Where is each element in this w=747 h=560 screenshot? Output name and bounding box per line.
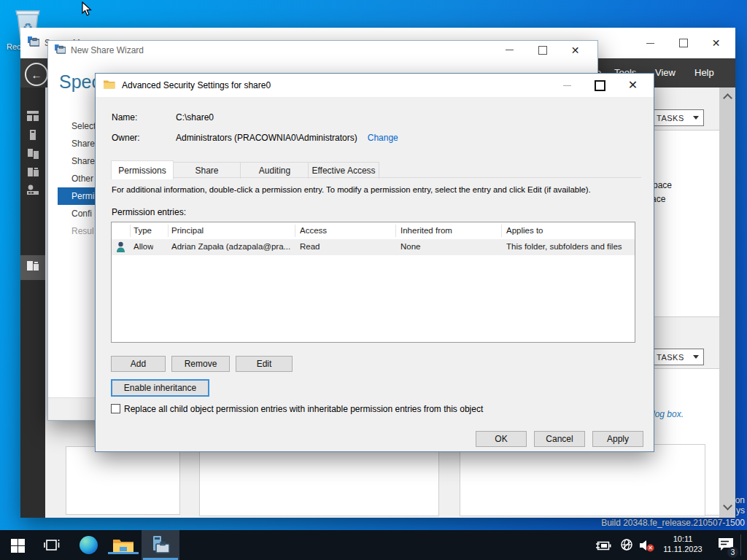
col-access[interactable]: Access: [300, 226, 327, 235]
text-fragment-logbox: log box.: [653, 409, 684, 419]
apply-button[interactable]: Apply: [592, 431, 643, 447]
dialog-info-text: For additional information, double-click…: [112, 185, 591, 194]
scroll-down-icon[interactable]: [723, 501, 732, 510]
row-principal: Adrian Zapała (adzapala@pra...: [171, 242, 293, 251]
desktop: ♻ Recycle Bin on ys Build 20348.fe_relea…: [0, 0, 747, 560]
enable-inheritance-button[interactable]: Enable inheritance: [111, 379, 209, 397]
dialog-maximize-button[interactable]: [584, 76, 616, 95]
col-principal[interactable]: Principal: [171, 226, 204, 235]
col-type[interactable]: Type: [133, 226, 152, 235]
sm-tile: [199, 444, 439, 516]
active-indicator: [108, 552, 139, 554]
permission-entries-table[interactable]: Type Principal Access Inherited from App…: [111, 222, 635, 343]
edge-button[interactable]: [79, 535, 98, 555]
change-owner-link[interactable]: Change: [368, 133, 398, 143]
back-arrow-icon[interactable]: ←: [25, 63, 48, 86]
volume-muted-icon[interactable]: ✕: [639, 539, 655, 555]
permission-entries-label: Permission entries:: [112, 207, 186, 217]
clock-date: 11.11.2023: [657, 544, 709, 554]
dialog-minimize-button[interactable]: [551, 76, 584, 95]
file-explorer-button[interactable]: [111, 537, 136, 554]
network-globe-icon[interactable]: [620, 538, 633, 554]
col-applies-to[interactable]: Applies to: [506, 226, 543, 235]
local-server-icon[interactable]: [27, 130, 39, 140]
tab-share[interactable]: Share: [172, 162, 241, 179]
task-view-button[interactable]: [42, 536, 61, 555]
watermark-fragment-2: ys: [736, 505, 745, 516]
owner-label: Owner:: [112, 133, 176, 143]
task-view-icon: [44, 538, 60, 553]
svg-text:✕: ✕: [648, 545, 653, 551]
cluster-icon[interactable]: [27, 184, 39, 195]
tasks-dropdown-bottom[interactable]: TASKS: [650, 349, 704, 365]
taskbar-clock[interactable]: 10:11 11.11.2023: [657, 534, 709, 554]
tab-permissions[interactable]: Permissions: [111, 160, 174, 179]
watermark-fragment-1: on: [735, 495, 745, 505]
replace-permissions-checkbox[interactable]: [111, 404, 120, 413]
notification-count-badge: 3: [727, 547, 738, 558]
all-servers-icon[interactable]: [27, 149, 39, 159]
row-inherited-from: None: [400, 242, 421, 251]
name-value: C:\share0: [176, 112, 214, 122]
row-applies-to: This folder, subfolders and files: [506, 242, 634, 251]
row-access: Read: [300, 242, 320, 251]
replace-permissions-label: Replace all child object permission entr…: [124, 404, 483, 414]
file-storage-services-item[interactable]: [20, 255, 45, 280]
sm-close-button[interactable]: ✕: [700, 34, 732, 52]
vertical-scrollbar[interactable]: [719, 88, 735, 518]
server-manager-app-icon: [28, 36, 39, 50]
name-row: Name: C:\share0: [112, 112, 214, 122]
user-icon: [116, 241, 125, 256]
add-button[interactable]: Add: [111, 356, 166, 372]
tab-divider: [111, 177, 641, 178]
watermark-build-text: Build 20348.fe_release.210507-1500: [601, 518, 745, 528]
volumes-icon[interactable]: [27, 167, 39, 177]
folder-icon: [104, 79, 115, 92]
chevron-down-icon: [693, 355, 699, 359]
dashboard-icon[interactable]: [27, 111, 39, 121]
table-header: Type Principal Access Inherited from App…: [112, 222, 635, 240]
tasks-dropdown-top[interactable]: TASKS: [650, 109, 704, 126]
wizard-title: New Share Wizard: [71, 45, 144, 55]
mouse-cursor: [82, 1, 93, 17]
windows-logo-icon: [11, 539, 25, 553]
table-row[interactable]: Allow Adrian Zapała (adzapala@pra... Rea…: [112, 239, 635, 255]
show-desktop-button[interactable]: [740, 534, 741, 556]
remove-button[interactable]: Remove: [171, 356, 230, 372]
sm-maximize-button[interactable]: [667, 34, 700, 52]
tab-effective-access[interactable]: Effective Access: [308, 162, 379, 179]
power-status-icon[interactable]: [595, 540, 611, 553]
edit-button[interactable]: Edit: [236, 356, 293, 372]
advanced-security-settings-dialog: Advanced Security Settings for share0 ✕ …: [95, 73, 654, 452]
file-storage-services-icon: [26, 260, 39, 275]
sm-minimize-button[interactable]: [634, 34, 667, 52]
notification-center-button[interactable]: 3: [718, 537, 734, 554]
wizard-minimize-button[interactable]: [493, 41, 526, 60]
server-manager-sidebar: [20, 88, 45, 518]
dialog-titlebar[interactable]: Advanced Security Settings for share0 ✕: [96, 74, 654, 97]
tab-auditing[interactable]: Auditing: [240, 162, 309, 179]
wizard-titlebar[interactable]: New Share Wizard ✕: [48, 41, 597, 59]
owner-row: Owner: Administrators (PRACOWNIA0\Admini…: [112, 133, 398, 143]
menu-help[interactable]: Help: [694, 67, 714, 78]
dialog-close-button[interactable]: ✕: [616, 76, 649, 95]
taskbar: ✕ 10:11 11.11.2023 3: [0, 530, 747, 560]
edge-icon: [80, 536, 98, 554]
sm-tile: [66, 446, 180, 515]
text-fragment-pace: pace: [653, 180, 672, 190]
scroll-up-icon[interactable]: [723, 93, 732, 103]
clock-time: 10:11: [657, 534, 709, 544]
col-inherited-from[interactable]: Inherited from: [400, 226, 452, 235]
wizard-app-icon: [55, 44, 66, 57]
start-button[interactable]: [9, 537, 26, 553]
cancel-button[interactable]: Cancel: [534, 431, 585, 447]
server-manager-taskbar-button[interactable]: [142, 530, 179, 560]
row-type: Allow: [133, 242, 153, 251]
menu-view[interactable]: View: [655, 67, 676, 78]
wizard-close-button[interactable]: ✕: [559, 41, 592, 60]
ok-button[interactable]: OK: [476, 431, 527, 447]
wizard-maximize-button[interactable]: [526, 41, 559, 60]
sm-tile: [460, 444, 705, 516]
owner-value: Administrators (PRACOWNIA0\Administrator…: [176, 133, 357, 143]
server-manager-icon: [150, 535, 171, 556]
